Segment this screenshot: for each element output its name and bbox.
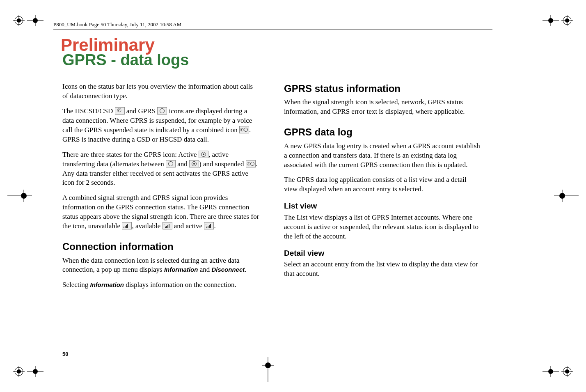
- registration-mark-bottom-mid: [262, 357, 274, 382]
- gprs-icon: [157, 107, 167, 115]
- detail-view-heading: Detail view: [284, 248, 481, 259]
- selecting-information-paragraph: Selecting Information displays informati…: [62, 280, 259, 290]
- gprs-unavailable-icon: [122, 222, 132, 229]
- gprs-transfer-b-icon: [189, 160, 199, 167]
- gprs-transfer-a-icon: [166, 160, 176, 167]
- connection-information-heading: Connection information: [62, 240, 259, 253]
- gprs-status-paragraph: When the signal strength icon is selecte…: [284, 98, 481, 117]
- left-column: Icons on the status bar lets you overvie…: [62, 82, 259, 296]
- gprs-available-icon: [163, 222, 172, 229]
- registration-mark-right-mid: [554, 190, 579, 202]
- gprs-suspended-combined-icon: [239, 126, 249, 133]
- disconnect-menu-item: Disconnect: [211, 266, 245, 273]
- registration-mark-left-mid: [7, 190, 32, 202]
- detail-view-paragraph: Select an account entry from the list vi…: [284, 260, 481, 279]
- list-view-paragraph: The List view displays a list of GPRS In…: [284, 213, 481, 241]
- gprs-active-icon: [199, 151, 208, 158]
- registration-mark-top-right: [543, 15, 573, 26]
- svg-point-20: [33, 369, 38, 374]
- gprs-suspended-icon: [246, 160, 256, 167]
- gprs-states-paragraph: There are three states for the GPRS icon…: [62, 150, 259, 188]
- list-view-heading: List view: [284, 201, 481, 211]
- svg-point-30: [21, 193, 27, 199]
- registration-mark-top-left: [13, 15, 43, 26]
- page-header: P800_UM.book Page 50 Thursday, July 11, …: [53, 21, 181, 28]
- svg-point-13: [548, 18, 553, 23]
- right-column: GPRS status information When the signal …: [284, 82, 481, 284]
- header-rule: [53, 30, 492, 30]
- connection-popup-paragraph: When the data connection icon is selecte…: [62, 256, 259, 275]
- signal-strength-paragraph: A combined signal strength and GPRS sign…: [62, 193, 259, 231]
- svg-point-36: [265, 362, 271, 368]
- information-menu-item-2: Information: [90, 281, 124, 288]
- registration-mark-bottom-right: [543, 366, 573, 377]
- gprs-datalog-p1: A new GPRS data log entry is created whe…: [284, 142, 481, 170]
- page-title: GPRS - data logs: [62, 51, 189, 69]
- information-menu-item: Information: [164, 266, 198, 273]
- hscsd-csd-icon: [115, 107, 125, 115]
- icons-paragraph: The HSCSD/CSD and GPRS icons are display…: [62, 107, 259, 144]
- gprs-data-log-heading: GPRS data log: [284, 126, 481, 139]
- gprs-active-signal-icon: [204, 222, 214, 229]
- svg-point-33: [559, 193, 565, 199]
- gprs-datalog-p2: The GPRS data log application consists o…: [284, 175, 481, 194]
- intro-paragraph: Icons on the status bar lets you overvie…: [62, 82, 259, 101]
- gprs-status-heading: GPRS status information: [284, 82, 481, 95]
- svg-point-6: [33, 18, 38, 23]
- svg-point-27: [548, 369, 553, 374]
- page-number: 50: [62, 351, 68, 357]
- registration-mark-bottom-left: [13, 366, 43, 377]
